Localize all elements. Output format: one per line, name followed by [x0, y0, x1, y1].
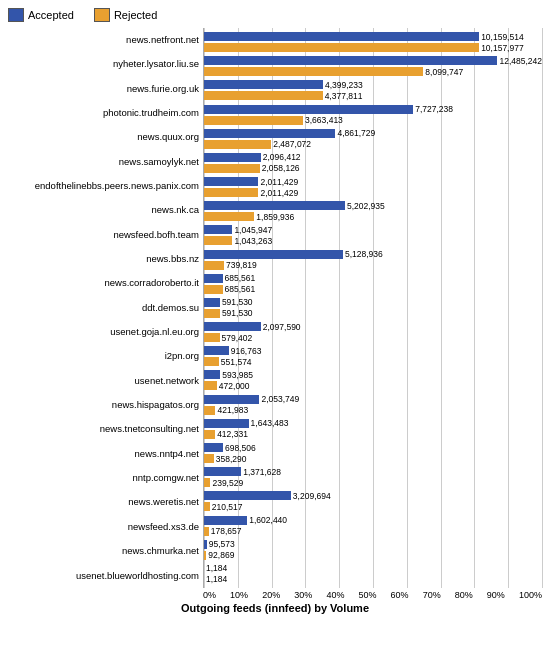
rejected-value-7: 1,859,936: [256, 212, 294, 222]
accepted-bar-row-7: 5,202,935: [204, 201, 542, 211]
x-tick-label: 60%: [391, 590, 409, 600]
bar-group-11: 591,530591,530: [204, 297, 542, 318]
bar-group-9: 5,128,936739,819: [204, 249, 542, 270]
rejected-bar-row-17: 358,290: [204, 454, 542, 464]
accepted-bar-row-14: 593,985: [204, 370, 542, 380]
x-tick-label: 10%: [230, 590, 248, 600]
bar-group-19: 3,209,694210,517: [204, 491, 542, 512]
bar-label-18: nntp.comgw.net: [8, 473, 199, 483]
accepted-bar-16: [204, 419, 249, 428]
bar-group-17: 698,506358,290: [204, 443, 542, 464]
bar-group-1: 12,485,2428,099,747: [204, 56, 542, 77]
rejected-icon: [94, 8, 110, 22]
rejected-bar-row-19: 210,517: [204, 502, 542, 512]
accepted-value-18: 1,371,628: [243, 467, 281, 477]
rejected-bar-17: [204, 454, 214, 463]
rejected-value-0: 10,157,977: [481, 43, 524, 53]
rejected-value-8: 1,043,263: [234, 236, 272, 246]
rejected-bar-0: [204, 43, 479, 52]
accepted-bar-8: [204, 225, 232, 234]
grid-line: [542, 28, 543, 588]
rejected-value-4: 2,487,072: [273, 139, 311, 149]
accepted-value-10: 685,561: [225, 273, 256, 283]
accepted-bar-21: [204, 540, 207, 549]
x-tick-label: 30%: [294, 590, 312, 600]
rejected-bar-6: [204, 188, 258, 197]
rejected-bar-row-21: 92,869: [204, 550, 542, 560]
accepted-bar-11: [204, 298, 220, 307]
bar-group-5: 2,096,4122,058,126: [204, 152, 542, 173]
bar-group-18: 1,371,628239,529: [204, 467, 542, 488]
chart-container: Accepted Rejected news.netfront.netnyhet…: [0, 0, 550, 655]
accepted-bar-row-11: 591,530: [204, 297, 542, 307]
accepted-bar-row-13: 916,763: [204, 346, 542, 356]
bar-label-0: news.netfront.net: [8, 35, 199, 45]
bar-label-11: ddt.demos.su: [8, 303, 199, 313]
accepted-bar-15: [204, 395, 259, 404]
x-tick-label: 70%: [423, 590, 441, 600]
rejected-bar-1: [204, 67, 423, 76]
x-tick-label: 0%: [203, 590, 216, 600]
rejected-bar-row-0: 10,157,977: [204, 43, 542, 53]
accepted-bar-18: [204, 467, 241, 476]
accepted-bar-row-19: 3,209,694: [204, 491, 542, 501]
rejected-bar-row-22: 1,184: [204, 574, 542, 584]
accepted-bar-row-10: 685,561: [204, 273, 542, 283]
bar-label-5: news.samoylyk.net: [8, 157, 199, 167]
bar-group-12: 2,097,590579,402: [204, 322, 542, 343]
accepted-value-15: 2,053,749: [261, 394, 299, 404]
x-tick-label: 20%: [262, 590, 280, 600]
accepted-bar-row-18: 1,371,628: [204, 467, 542, 477]
accepted-bar-13: [204, 346, 229, 355]
accepted-value-16: 1,643,483: [251, 418, 289, 428]
bar-group-0: 10,159,51410,157,977: [204, 32, 542, 53]
rejected-bar-row-16: 412,331: [204, 429, 542, 439]
rejected-bar-12: [204, 333, 220, 342]
rejected-value-5: 2,058,126: [262, 163, 300, 173]
rejected-value-1: 8,099,747: [425, 67, 463, 77]
rejected-bar-16: [204, 430, 215, 439]
rejected-bar-row-10: 685,561: [204, 284, 542, 294]
accepted-bar-row-15: 2,053,749: [204, 394, 542, 404]
bar-label-10: news.corradoroberto.it: [8, 278, 199, 288]
rejected-bar-row-8: 1,043,263: [204, 236, 542, 246]
rejected-value-15: 421,983: [217, 405, 248, 415]
bar-label-12: usenet.goja.nl.eu.org: [8, 327, 199, 337]
accepted-value-2: 4,399,233: [325, 80, 363, 90]
accepted-bar-0: [204, 32, 479, 41]
accepted-bar-row-0: 10,159,514: [204, 32, 542, 42]
accepted-value-20: 1,602,440: [249, 515, 287, 525]
bar-group-10: 685,561685,561: [204, 273, 542, 294]
accepted-value-22: 1,184: [206, 563, 227, 573]
accepted-bar-5: [204, 153, 261, 162]
bar-group-22: 1,1841,184: [204, 563, 542, 584]
rejected-value-13: 551,574: [221, 357, 252, 367]
legend: Accepted Rejected: [8, 8, 542, 22]
accepted-bar-17: [204, 443, 223, 452]
accepted-bar-row-12: 2,097,590: [204, 322, 542, 332]
x-axis-title: Outgoing feeds (innfeed) by Volume: [8, 602, 542, 614]
rejected-bar-3: [204, 116, 303, 125]
bar-label-2: news.furie.org.uk: [8, 84, 199, 94]
bar-label-13: i2pn.org: [8, 351, 199, 361]
accepted-bar-row-2: 4,399,233: [204, 80, 542, 90]
accepted-bar-7: [204, 201, 345, 210]
rejected-bar-10: [204, 285, 223, 294]
rejected-bar-row-11: 591,530: [204, 308, 542, 318]
bar-group-16: 1,643,483412,331: [204, 418, 542, 439]
rejected-value-22: 1,184: [206, 574, 227, 584]
bars-column: 10,159,51410,157,97712,485,2428,099,7474…: [203, 28, 542, 588]
accepted-bar-row-22: 1,184: [204, 563, 542, 573]
bar-group-3: 7,727,2383,663,413: [204, 104, 542, 125]
accepted-bar-2: [204, 80, 323, 89]
bar-label-1: nyheter.lysator.liu.se: [8, 59, 199, 69]
rejected-value-19: 210,517: [212, 502, 243, 512]
legend-accepted: Accepted: [8, 8, 74, 22]
rejected-bar-row-3: 3,663,413: [204, 115, 542, 125]
rejected-value-17: 358,290: [216, 454, 247, 464]
accepted-value-4: 4,861,729: [337, 128, 375, 138]
rejected-bar-row-9: 739,819: [204, 260, 542, 270]
bar-label-8: newsfeed.bofh.team: [8, 230, 199, 240]
rejected-bar-row-12: 579,402: [204, 333, 542, 343]
bar-group-14: 593,985472,000: [204, 370, 542, 391]
